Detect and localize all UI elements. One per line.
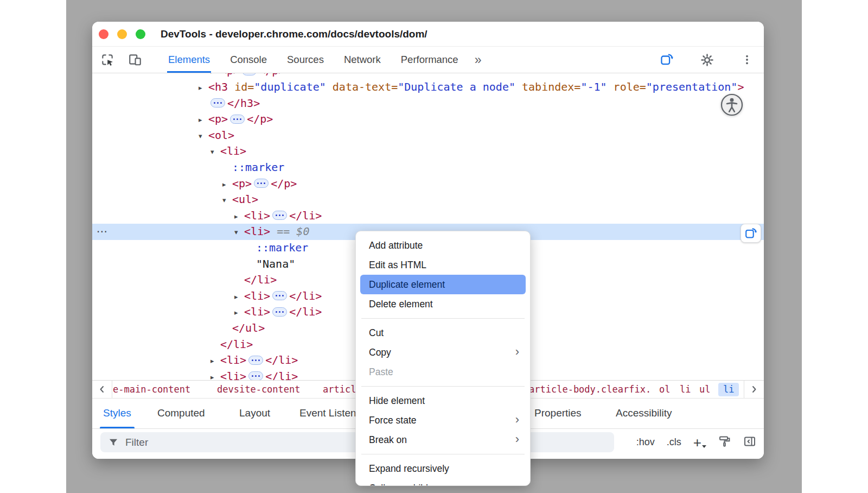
- breadcrumb-scroll-right-icon[interactable]: [744, 381, 764, 398]
- token-tag: <ul>: [232, 193, 258, 206]
- tab-elements[interactable]: Elements: [168, 47, 210, 73]
- more-tabs-icon[interactable]: »: [475, 53, 482, 67]
- dom-tree-row[interactable]: ▸<li></li>: [92, 208, 764, 224]
- dom-tree-row[interactable]: ▸<p></p>: [92, 73, 764, 79]
- square-arrow-icon[interactable]: [660, 53, 674, 67]
- breadcrumb-item-ol[interactable]: ol: [659, 381, 670, 398]
- styles-tab-properties[interactable]: Properties: [534, 399, 582, 428]
- token-tag: </li>: [244, 273, 277, 286]
- toggle-classes-button[interactable]: .cls: [667, 437, 681, 448]
- twisty-collapsed-icon[interactable]: ▸: [199, 80, 208, 96]
- menu-item-collapse-children[interactable]: Collapse children: [356, 478, 530, 486]
- twisty-expanded-icon[interactable]: ▾: [199, 128, 208, 144]
- minimize-window-button[interactable]: [117, 29, 127, 39]
- device-toolbar-icon[interactable]: [128, 53, 142, 67]
- paint-roller-icon[interactable]: [718, 435, 731, 450]
- styles-tab-layout[interactable]: Layout: [239, 399, 270, 428]
- menu-item-add-attribute[interactable]: Add attribute: [356, 236, 530, 255]
- token-marker: ::marker: [232, 161, 284, 174]
- expand-ellipsis-icon[interactable]: [248, 371, 263, 380]
- token-tag: </p>: [259, 73, 285, 77]
- accessibility-person-icon[interactable]: [720, 93, 744, 117]
- menu-item-edit-as-html[interactable]: Edit as HTML: [356, 255, 530, 275]
- new-style-rule-button[interactable]: +: [693, 435, 706, 450]
- settings-gear-icon[interactable]: [700, 53, 714, 67]
- twisty-collapsed-icon[interactable]: ▸: [234, 208, 244, 225]
- twisty-collapsed-icon[interactable]: ▸: [210, 353, 220, 369]
- token-tag: <ol>: [208, 129, 234, 142]
- menu-item-hide-element[interactable]: Hide element: [356, 391, 530, 410]
- toggle-hover-state-button[interactable]: :hov: [636, 437, 655, 448]
- token-tag: <li>: [244, 289, 270, 302]
- tab-sources[interactable]: Sources: [287, 47, 324, 73]
- token-tag: </li>: [265, 353, 298, 366]
- dom-tree-row[interactable]: ::marker: [92, 160, 764, 176]
- menu-item-paste[interactable]: Paste: [356, 362, 530, 382]
- token-tag: <li>: [244, 225, 270, 238]
- breadcrumb-item-ul[interactable]: ul: [699, 381, 710, 398]
- breadcrumb-item-li[interactable]: li: [718, 383, 739, 396]
- expand-ellipsis-icon[interactable]: [242, 73, 257, 75]
- inspect-element-icon[interactable]: [100, 53, 114, 67]
- twisty-collapsed-icon[interactable]: ▸: [234, 289, 244, 305]
- breadcrumb-item-devsite-content[interactable]: devsite-content: [217, 381, 301, 398]
- menu-item-duplicate-element[interactable]: Duplicate element: [360, 275, 526, 294]
- expand-ellipsis-icon[interactable]: [230, 115, 245, 124]
- filter-placeholder: Filter: [125, 437, 148, 448]
- token-val: "presentation": [646, 80, 738, 93]
- dom-tree-row[interactable]: ▸<h3 id="duplicate" data-text="Duplicate…: [92, 79, 764, 96]
- dom-tree-row[interactable]: ▸<p></p>: [92, 111, 764, 128]
- twisty-collapsed-icon[interactable]: ▸: [199, 112, 208, 128]
- expand-ellipsis-icon[interactable]: [272, 211, 287, 220]
- dom-tree-row[interactable]: ▾<ul>: [92, 192, 764, 208]
- twisty-collapsed-icon[interactable]: ▸: [222, 176, 232, 193]
- twisty-expanded-icon[interactable]: ▾: [222, 192, 232, 208]
- zoom-window-button[interactable]: [136, 29, 145, 39]
- breadcrumb-item-e-main-content[interactable]: e-main-content: [113, 381, 190, 398]
- expand-ellipsis-icon[interactable]: [272, 291, 287, 300]
- breadcrumb-item-article-body-clearfix[interactable]: article-body.clearfix.: [529, 381, 651, 398]
- dom-tree-row[interactable]: </h3>: [92, 96, 764, 112]
- token-val: "-1": [580, 80, 607, 93]
- token-tag: <li>: [244, 305, 270, 318]
- menu-item-copy[interactable]: Copy›: [356, 343, 530, 362]
- tab-console[interactable]: Console: [230, 47, 267, 73]
- expand-ellipsis-icon[interactable]: [210, 98, 225, 108]
- row-overflow-icon[interactable]: ⋯: [97, 224, 107, 240]
- styles-tab-accessibility[interactable]: Accessibility: [616, 399, 672, 428]
- dom-tree-row[interactable]: ▸<p></p>: [92, 176, 764, 192]
- twisty-expanded-icon[interactable]: ▾: [210, 144, 220, 160]
- devtools-toolbar: ElementsConsoleSourcesNetworkPerformance…: [92, 47, 764, 73]
- token-attr: id=: [234, 80, 254, 93]
- menu-item-expand-recursively[interactable]: Expand recursively: [356, 459, 530, 478]
- menu-item-force-state[interactable]: Force state›: [356, 410, 530, 430]
- twisty-collapsed-icon[interactable]: ▸: [210, 369, 220, 380]
- breadcrumb-scroll-left-icon[interactable]: [92, 381, 112, 398]
- menu-item-cut[interactable]: Cut: [356, 323, 530, 343]
- dock-panel-icon[interactable]: [743, 435, 756, 450]
- token-tag: </p>: [271, 177, 297, 190]
- dom-tree-row[interactable]: ▾<ol>: [92, 128, 764, 144]
- dom-tree-row[interactable]: ▾<li>: [92, 143, 764, 160]
- token-tag: <p>: [220, 73, 240, 77]
- token-plain: [607, 80, 614, 93]
- styles-tab-computed[interactable]: Computed: [157, 399, 205, 428]
- tab-network[interactable]: Network: [344, 47, 381, 73]
- styles-tab-styles[interactable]: Styles: [103, 399, 131, 428]
- token-val: "Duplicate a node": [398, 80, 515, 93]
- square-arrow-icon: [744, 227, 757, 240]
- twisty-collapsed-icon[interactable]: ▸: [234, 305, 244, 321]
- expand-ellipsis-icon[interactable]: [248, 356, 263, 365]
- tab-performance[interactable]: Performance: [401, 47, 458, 73]
- token-tag: <li>: [244, 209, 270, 222]
- menu-item-break-on[interactable]: Break on›: [356, 430, 530, 450]
- styles-toolbar-right: :hov .cls +: [636, 429, 756, 456]
- breadcrumb-item-li[interactable]: li: [680, 381, 691, 398]
- selected-row-badge[interactable]: [741, 224, 761, 243]
- expand-ellipsis-icon[interactable]: [254, 179, 269, 188]
- close-window-button[interactable]: [99, 29, 108, 39]
- kebab-menu-icon[interactable]: [740, 53, 754, 67]
- expand-ellipsis-icon[interactable]: [272, 307, 287, 317]
- twisty-expanded-icon[interactable]: ▾: [234, 224, 244, 241]
- menu-item-delete-element[interactable]: Delete element: [356, 294, 530, 314]
